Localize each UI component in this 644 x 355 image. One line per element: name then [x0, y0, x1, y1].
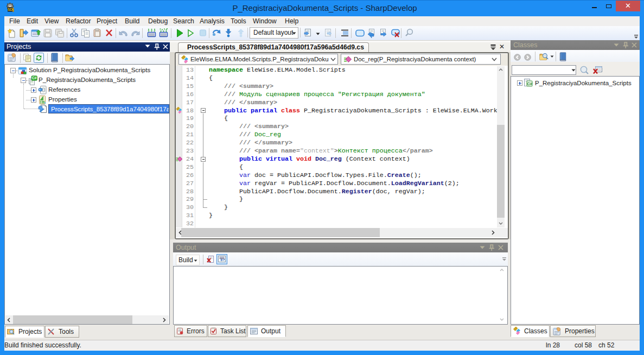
svg-text:C#: C# — [527, 81, 533, 86]
svg-text:SD: SD — [8, 8, 12, 11]
